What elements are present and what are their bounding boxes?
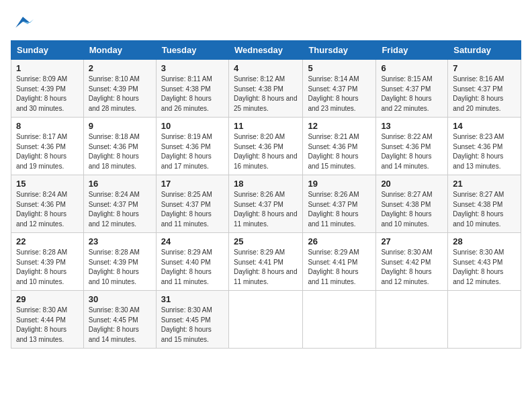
day-number: 22 [16,236,79,246]
day-info: Sunrise: 8:15 AM Sunset: 4:37 PM Dayligh… [381,75,443,113]
weekday-header: Thursday [303,41,376,60]
day-info: Sunrise: 8:30 AM Sunset: 4:45 PM Dayligh… [89,306,151,345]
weekday-header-row: SundayMondayTuesdayWednesdayThursdayFrid… [11,41,521,60]
day-number: 20 [381,179,443,189]
calendar-week-row: 8 Sunrise: 8:17 AM Sunset: 4:36 PM Dayli… [11,118,521,175]
day-info: Sunrise: 8:23 AM Sunset: 4:36 PM Dayligh… [453,132,516,171]
calendar-cell: 31 Sunrise: 8:30 AM Sunset: 4:45 PM Dayl… [156,291,228,349]
day-info: Sunrise: 8:30 AM Sunset: 4:45 PM Dayligh… [161,306,224,345]
day-info: Sunrise: 8:14 AM Sunset: 4:37 PM Dayligh… [308,75,371,113]
day-info: Sunrise: 8:20 AM Sunset: 4:36 PM Dayligh… [234,132,298,171]
logo [11,11,39,35]
calendar-cell [228,291,302,349]
day-number: 31 [161,294,224,304]
day-info: Sunrise: 8:11 AM Sunset: 4:38 PM Dayligh… [161,75,224,113]
calendar-cell: 18 Sunrise: 8:26 AM Sunset: 4:37 PM Dayl… [228,175,302,233]
day-info: Sunrise: 8:30 AM Sunset: 4:43 PM Dayligh… [453,248,516,287]
day-info: Sunrise: 8:27 AM Sunset: 4:38 PM Dayligh… [453,190,516,229]
day-info: Sunrise: 8:21 AM Sunset: 4:36 PM Dayligh… [308,132,371,171]
weekday-header: Saturday [448,41,521,60]
page-header [11,11,521,35]
day-info: Sunrise: 8:26 AM Sunset: 4:37 PM Dayligh… [234,190,298,229]
weekday-header: Tuesday [156,41,228,60]
day-number: 13 [381,121,443,131]
calendar-cell: 13 Sunrise: 8:22 AM Sunset: 4:36 PM Dayl… [376,118,448,175]
day-info: Sunrise: 8:18 AM Sunset: 4:36 PM Dayligh… [89,132,151,171]
calendar-cell: 14 Sunrise: 8:23 AM Sunset: 4:36 PM Dayl… [448,118,521,175]
day-number: 15 [16,179,79,189]
day-number: 18 [234,179,298,189]
calendar-week-row: 22 Sunrise: 8:28 AM Sunset: 4:39 PM Dayl… [11,233,521,291]
day-number: 10 [161,121,224,131]
day-number: 2 [89,63,151,73]
calendar-cell: 16 Sunrise: 8:24 AM Sunset: 4:37 PM Dayl… [83,175,156,233]
day-number: 23 [89,236,151,246]
day-info: Sunrise: 8:24 AM Sunset: 4:37 PM Dayligh… [89,190,151,229]
day-number: 19 [308,179,371,189]
day-number: 1 [16,63,79,73]
day-number: 26 [308,236,371,246]
calendar-cell: 3 Sunrise: 8:11 AM Sunset: 4:38 PM Dayli… [156,60,228,118]
day-number: 21 [453,179,516,189]
calendar-cell: 25 Sunrise: 8:29 AM Sunset: 4:41 PM Dayl… [228,233,302,291]
day-number: 7 [453,63,516,73]
day-info: Sunrise: 8:22 AM Sunset: 4:36 PM Dayligh… [381,132,443,171]
weekday-header: Monday [83,41,156,60]
day-info: Sunrise: 8:29 AM Sunset: 4:41 PM Dayligh… [308,248,371,287]
calendar-cell [448,291,521,349]
day-number: 27 [381,236,443,246]
calendar-cell: 1 Sunrise: 8:09 AM Sunset: 4:39 PM Dayli… [11,60,84,118]
weekday-header: Sunday [11,41,84,60]
day-number: 17 [161,179,224,189]
day-info: Sunrise: 8:17 AM Sunset: 4:36 PM Dayligh… [16,132,79,171]
day-info: Sunrise: 8:29 AM Sunset: 4:41 PM Dayligh… [234,248,298,287]
day-number: 9 [89,121,151,131]
calendar-cell: 6 Sunrise: 8:15 AM Sunset: 4:37 PM Dayli… [376,60,448,118]
day-number: 29 [16,294,79,304]
day-info: Sunrise: 8:09 AM Sunset: 4:39 PM Dayligh… [16,75,79,113]
calendar-cell: 22 Sunrise: 8:28 AM Sunset: 4:39 PM Dayl… [11,233,84,291]
day-info: Sunrise: 8:28 AM Sunset: 4:39 PM Dayligh… [16,248,79,287]
day-number: 3 [161,63,224,73]
calendar-cell: 26 Sunrise: 8:29 AM Sunset: 4:41 PM Dayl… [303,233,376,291]
calendar-cell: 12 Sunrise: 8:21 AM Sunset: 4:36 PM Dayl… [303,118,376,175]
day-number: 30 [89,294,151,304]
day-number: 28 [453,236,516,246]
day-info: Sunrise: 8:10 AM Sunset: 4:39 PM Dayligh… [89,75,151,113]
calendar-week-row: 1 Sunrise: 8:09 AM Sunset: 4:39 PM Dayli… [11,60,521,118]
calendar-cell: 11 Sunrise: 8:20 AM Sunset: 4:36 PM Dayl… [228,118,302,175]
calendar-cell: 30 Sunrise: 8:30 AM Sunset: 4:45 PM Dayl… [83,291,156,349]
calendar-table: SundayMondayTuesdayWednesdayThursdayFrid… [11,40,521,349]
calendar-cell: 2 Sunrise: 8:10 AM Sunset: 4:39 PM Dayli… [83,60,156,118]
day-info: Sunrise: 8:29 AM Sunset: 4:40 PM Dayligh… [161,248,224,287]
calendar-cell: 5 Sunrise: 8:14 AM Sunset: 4:37 PM Dayli… [303,60,376,118]
day-number: 11 [234,121,298,131]
calendar-cell: 8 Sunrise: 8:17 AM Sunset: 4:36 PM Dayli… [11,118,84,175]
calendar-cell: 10 Sunrise: 8:19 AM Sunset: 4:36 PM Dayl… [156,118,228,175]
calendar-cell: 28 Sunrise: 8:30 AM Sunset: 4:43 PM Dayl… [448,233,521,291]
day-info: Sunrise: 8:27 AM Sunset: 4:38 PM Dayligh… [381,190,443,229]
calendar-cell: 19 Sunrise: 8:26 AM Sunset: 4:37 PM Dayl… [303,175,376,233]
calendar-cell: 15 Sunrise: 8:24 AM Sunset: 4:36 PM Dayl… [11,175,84,233]
day-info: Sunrise: 8:16 AM Sunset: 4:37 PM Dayligh… [453,75,516,113]
weekday-header: Wednesday [228,41,302,60]
day-info: Sunrise: 8:26 AM Sunset: 4:37 PM Dayligh… [308,190,371,229]
calendar-cell: 21 Sunrise: 8:27 AM Sunset: 4:38 PM Dayl… [448,175,521,233]
weekday-header: Friday [376,41,448,60]
day-info: Sunrise: 8:30 AM Sunset: 4:44 PM Dayligh… [16,306,79,345]
day-info: Sunrise: 8:24 AM Sunset: 4:36 PM Dayligh… [16,190,79,229]
calendar-cell: 24 Sunrise: 8:29 AM Sunset: 4:40 PM Dayl… [156,233,228,291]
calendar-week-row: 29 Sunrise: 8:30 AM Sunset: 4:44 PM Dayl… [11,291,521,349]
day-number: 12 [308,121,371,131]
day-info: Sunrise: 8:25 AM Sunset: 4:37 PM Dayligh… [161,190,224,229]
svg-marker-0 [15,17,30,28]
calendar-cell: 17 Sunrise: 8:25 AM Sunset: 4:37 PM Dayl… [156,175,228,233]
day-number: 4 [234,63,298,73]
day-info: Sunrise: 8:28 AM Sunset: 4:39 PM Dayligh… [89,248,151,287]
day-number: 16 [89,179,151,189]
calendar-week-row: 15 Sunrise: 8:24 AM Sunset: 4:36 PM Dayl… [11,175,521,233]
calendar-cell: 20 Sunrise: 8:27 AM Sunset: 4:38 PM Dayl… [376,175,448,233]
calendar-cell [376,291,448,349]
calendar-cell: 4 Sunrise: 8:12 AM Sunset: 4:38 PM Dayli… [228,60,302,118]
day-number: 24 [161,236,224,246]
